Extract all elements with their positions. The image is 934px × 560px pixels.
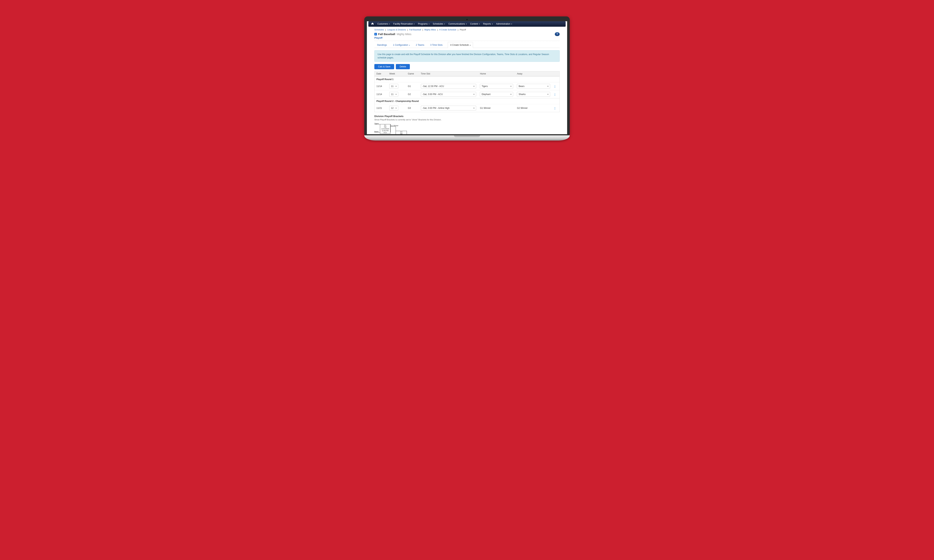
cell-text: G2 Winner xyxy=(517,107,527,109)
info-banner: Use this page to create and edit the Pla… xyxy=(375,50,559,62)
tab-4-create-schedule[interactable]: 4 Create Schedule ▾ xyxy=(448,42,473,48)
select-dropdown[interactable]: 12 xyxy=(389,106,398,111)
tab-standings[interactable]: Standings xyxy=(376,42,388,48)
screen-bezel: Customers ▾ Facility Reservation ▾ Progr… xyxy=(364,17,570,136)
bracket-game-3: G3Sat 11/21/20203:00 PMAirline High xyxy=(396,131,407,134)
table-header xyxy=(552,71,559,76)
tab-bar: Standings1 Configuration ▾2 Teams3 Time … xyxy=(375,42,559,48)
tab-2-teams[interactable]: 2 Teams xyxy=(415,42,425,48)
breadcrumb-separator: ❯ xyxy=(437,29,438,31)
bracket-diagram: Tigers G1Sat 11/14/202012:30 PMACU Bears… xyxy=(375,123,423,134)
table-header: Week xyxy=(387,71,406,76)
breadcrumb-separator: ❯ xyxy=(457,29,459,31)
breadcrumb-current: Playoff xyxy=(460,29,466,31)
tab-3-time-slots[interactable]: 3 Time Slots xyxy=(430,42,443,48)
round-label: Playoff Round 2 - Championship Round xyxy=(375,98,559,104)
expand-down-icon[interactable]: ⌄⌄ xyxy=(554,107,558,109)
section-label: Playoff xyxy=(375,36,559,39)
expand-down-icon[interactable]: ⌄⌄ xyxy=(554,85,558,88)
select-dropdown[interactable]: Tigers xyxy=(480,84,513,89)
round-label: Playoff Round 1 xyxy=(375,76,559,82)
table-header: Date xyxy=(375,71,387,76)
nav-item-administration[interactable]: Administration ▾ xyxy=(496,23,512,25)
cell-text: G1 Winner xyxy=(480,107,490,109)
home-icon[interactable] xyxy=(371,22,374,26)
camera-icon xyxy=(467,19,467,20)
page-title: Fall Baseball xyxy=(378,32,395,35)
breadcrumb-link[interactable]: Fall Baseball xyxy=(409,29,421,31)
nav-item-programs[interactable]: Programs ▾ xyxy=(418,23,429,25)
nav-item-customers[interactable]: Customers ▾ xyxy=(377,23,390,25)
cell-date: 11/14 xyxy=(375,82,387,90)
laptop-frame: Customers ▾ Facility Reservation ▾ Progr… xyxy=(364,17,570,140)
select-dropdown[interactable]: -Sat, 3:00 PM - Airline High xyxy=(421,106,476,111)
select-dropdown[interactable]: 11 xyxy=(389,84,398,89)
nav-item-schedules[interactable]: Schedules ▾ xyxy=(433,23,445,25)
expand-down-icon[interactable]: ⌄⌄ xyxy=(554,93,558,95)
table-header: Time Slot xyxy=(419,71,478,76)
breadcrumb-separator: ❯ xyxy=(385,29,386,31)
app-screen: Customers ▾ Facility Reservation ▾ Progr… xyxy=(367,21,567,134)
schedule-table: DateWeekGameTime SlotHomeAway Playoff Ro… xyxy=(375,71,559,112)
select-dropdown[interactable]: -Sat, 12:30 PM - ACU xyxy=(421,84,476,89)
cell-date: 11/21 xyxy=(375,104,387,112)
bracket-heading: Division Playoff Brackets xyxy=(375,115,559,118)
breadcrumb-link[interactable]: Mighty Mites xyxy=(424,29,436,31)
tab-1-configuration[interactable]: 1 Configuration ▾ xyxy=(392,42,411,48)
chevron-down-icon: ▾ xyxy=(470,45,470,46)
nav-item-facility-reservation[interactable]: Facility Reservation ▾ xyxy=(393,23,415,25)
cell-game: G3 xyxy=(406,104,419,112)
select-dropdown[interactable]: Bears xyxy=(517,84,550,89)
breadcrumb: Schedules❯Leagues & Divisions❯Fall Baseb… xyxy=(375,29,559,31)
bracket-subtext: Show Playoff Brackets is currently set t… xyxy=(375,118,559,121)
table-header: Game xyxy=(406,71,419,76)
chevron-down-icon: ▾ xyxy=(409,45,410,46)
table-row: 11/1411G1-Sat, 12:30 PM - ACUTigersBears… xyxy=(375,82,559,90)
cell-game: G1 xyxy=(406,82,419,90)
select-dropdown[interactable]: Elephant xyxy=(480,92,513,97)
breadcrumb-separator: ❯ xyxy=(422,29,424,31)
breadcrumb-link[interactable]: Leagues & Divisions xyxy=(387,29,406,31)
chevron-down-icon: ▾ xyxy=(492,23,493,25)
collapse-toggle-icon[interactable]: ▾ xyxy=(375,33,377,35)
select-dropdown[interactable]: Sharks xyxy=(517,92,550,97)
breadcrumb-link[interactable]: Schedules xyxy=(375,29,384,31)
table-row: 11/2112G3-Sat, 3:00 PM - Airline HighG1 … xyxy=(375,104,559,112)
help-button[interactable]: ? xyxy=(555,32,559,36)
table-header: Away xyxy=(515,71,552,76)
select-dropdown[interactable]: -Sat, 3:00 PM - ACU xyxy=(421,92,476,97)
select-dropdown[interactable]: 11 xyxy=(389,92,398,97)
delete-button[interactable]: Delete xyxy=(396,64,410,69)
chevron-down-icon: ▾ xyxy=(479,23,480,25)
laptop-base xyxy=(364,135,570,140)
chevron-down-icon: ▾ xyxy=(511,23,512,25)
chevron-down-icon: ▾ xyxy=(429,23,430,25)
page-subtitle: Mighty Mites xyxy=(397,33,412,35)
nav-item-reports[interactable]: Reports ▾ xyxy=(483,23,493,25)
chevron-down-icon: ▾ xyxy=(466,23,467,25)
calc-save-button[interactable]: Calc & Save xyxy=(375,64,394,69)
table-header: Home xyxy=(478,71,515,76)
top-navigation: Customers ▾ Facility Reservation ▾ Progr… xyxy=(368,21,566,27)
nav-item-content[interactable]: Content ▾ xyxy=(470,23,480,25)
breadcrumb-link[interactable]: 4 Create Schedule xyxy=(439,29,456,31)
chevron-down-icon: ▾ xyxy=(414,23,415,25)
chevron-down-icon: ▾ xyxy=(444,23,445,25)
nav-item-communications[interactable]: Communications ▾ xyxy=(449,23,467,25)
cell-game: G2 xyxy=(406,90,419,98)
breadcrumb-separator: ❯ xyxy=(407,29,408,31)
bracket-game-1: G1Sat 11/14/202012:30 PMACU xyxy=(380,124,390,134)
table-row: 11/1411G2-Sat, 3:00 PM - ACUElephantShar… xyxy=(375,90,559,98)
chevron-down-icon: ▾ xyxy=(389,23,390,25)
cell-date: 11/14 xyxy=(375,90,387,98)
